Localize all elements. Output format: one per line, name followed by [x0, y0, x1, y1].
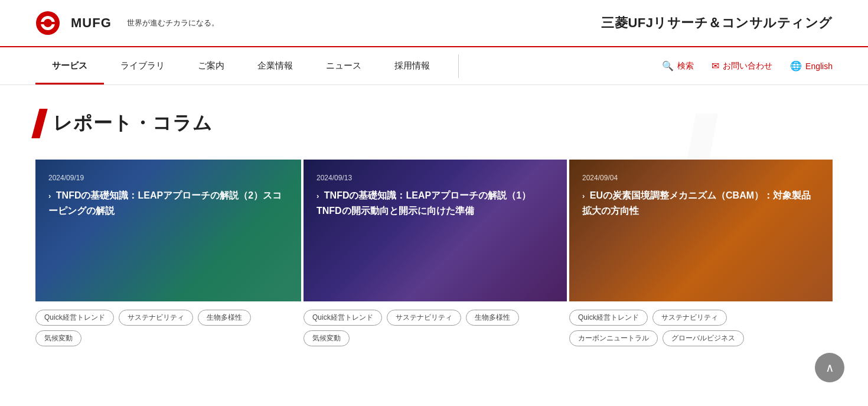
- search-button[interactable]: 🔍 検索: [662, 60, 694, 72]
- card-date-2: 2024/09/13: [316, 174, 554, 182]
- card-title-text-3: EUの炭素国境調整メカニズム（CBAM）：対象製品拡大の方向性: [582, 190, 811, 216]
- title-slash-decoration: [31, 109, 47, 138]
- card-date-3: 2024/09/04: [582, 174, 820, 182]
- search-icon: 🔍: [662, 60, 674, 72]
- tags-section-1: Quick経営トレンド サステナビリティ 生物多様性 気候変動: [35, 301, 301, 346]
- card-overlay-2: 2024/09/13 › TNFDの基礎知識：LEAPアプローチの解説（1） T…: [304, 160, 567, 301]
- card-title-1: › TNFDの基礎知識：LEAPアプローチの解説（2）スコーピングの解説: [48, 188, 288, 218]
- contact-label: お問い合わせ: [723, 61, 772, 72]
- tags-section-2: Quick経営トレンド サステナビリティ 生物多様性 気候変動: [304, 301, 567, 346]
- tags-row-1b: 気候変動: [35, 326, 301, 346]
- nav-divider: [458, 54, 459, 78]
- tag-1-4[interactable]: 気候変動: [35, 330, 81, 346]
- tag-1-1[interactable]: Quick経営トレンド: [35, 310, 114, 326]
- page-title: レポート・コラム: [53, 111, 213, 137]
- card-date-1: 2024/09/19: [48, 174, 288, 182]
- tag-1-2[interactable]: サステナビリティ: [119, 310, 193, 326]
- card-title-text-2: TNFDの基礎知識：LEAPアプローチの解説（1） TNFDの開示動向と開示に向…: [316, 190, 540, 216]
- card-title-3: › EUの炭素国境調整メカニズム（CBAM）：対象製品拡大の方向性: [582, 188, 820, 218]
- card-bg-2: 2024/09/13 › TNFDの基礎知識：LEAPアプローチの解説（1） T…: [304, 160, 567, 301]
- english-button[interactable]: 🌐 English: [790, 60, 833, 72]
- search-label: 検索: [677, 61, 694, 72]
- main-content: / レポート・コラム 2024/09/19 › TNFDの基礎知識：LEAPアプ…: [0, 85, 868, 382]
- logo-area: MUFG 世界が進むチカラになる。: [35, 11, 219, 35]
- card-title-2: › TNFDの基礎知識：LEAPアプローチの解説（1） TNFDの開示動向と開示…: [316, 188, 554, 218]
- header: MUFG 世界が進むチカラになる。 三菱UFJリサーチ＆コンサルティング サービ…: [0, 0, 868, 85]
- nav-item-services[interactable]: サービス: [35, 47, 104, 85]
- chevron-up-icon: ∧: [825, 360, 834, 375]
- tags-row-2b: 気候変動: [304, 326, 567, 346]
- card-overlay-3: 2024/09/04 › EUの炭素国境調整メカニズム（CBAM）：対象製品拡大…: [569, 160, 833, 301]
- svg-rect-3: [38, 22, 57, 24]
- card-bg-1: 2024/09/19 › TNFDの基礎知識：LEAPアプローチの解説（2）スコ…: [35, 160, 301, 301]
- card-title-text-1: TNFDの基礎知識：LEAPアプローチの解説（2）スコーピングの解説: [48, 190, 282, 216]
- tag-3-3[interactable]: カーボンニュートラル: [569, 330, 658, 346]
- card-arrow-1: ›: [48, 191, 51, 200]
- card-bg-3: 2024/09/04 › EUの炭素国境調整メカニズム（CBAM）：対象製品拡大…: [569, 160, 833, 301]
- article-grid: 2024/09/19 › TNFDの基礎知識：LEAPアプローチの解説（2）スコ…: [35, 160, 833, 346]
- contact-button[interactable]: ✉ お問い合わせ: [712, 60, 772, 72]
- main-nav: サービス ライブラリ ご案内 企業情報 ニュース 採用情報 🔍 検索 ✉ お問い…: [0, 47, 868, 85]
- article-card-image-1[interactable]: 2024/09/19 › TNFDの基礎知識：LEAPアプローチの解説（2）スコ…: [35, 160, 301, 301]
- tags-row-3: Quick経営トレンド サステナビリティ: [569, 301, 833, 326]
- tags-row-2: Quick経営トレンド サステナビリティ 生物多様性: [304, 301, 567, 326]
- tag-2-4[interactable]: 気候変動: [304, 330, 350, 346]
- card-arrow-3: ›: [582, 191, 585, 200]
- tag-3-2[interactable]: サステナビリティ: [652, 310, 727, 326]
- nav-item-library[interactable]: ライブラリ: [104, 47, 181, 85]
- article-card-image-3[interactable]: 2024/09/04 › EUの炭素国境調整メカニズム（CBAM）：対象製品拡大…: [569, 160, 833, 301]
- nav-item-company[interactable]: 企業情報: [241, 47, 309, 85]
- tag-3-4[interactable]: グローバルビジネス: [663, 330, 744, 346]
- mufg-tagline: 世界が進むチカラになる。: [127, 18, 219, 28]
- globe-icon: 🌐: [790, 60, 802, 72]
- card-overlay-1: 2024/09/19 › TNFDの基礎知識：LEAPアプローチの解説（2）スコ…: [35, 160, 301, 301]
- article-card-2[interactable]: 2024/09/13 › TNFDの基礎知識：LEAPアプローチの解説（1） T…: [301, 160, 567, 346]
- mufg-wordmark: MUFG: [71, 15, 112, 31]
- tag-2-2[interactable]: サステナビリティ: [387, 310, 461, 326]
- nav-main-items: サービス ライブラリ ご案内 企業情報 ニュース 採用情報: [35, 47, 446, 85]
- mufg-logo-icon: [35, 11, 60, 35]
- tag-2-3[interactable]: 生物多様性: [466, 310, 519, 326]
- page-title-area: レポート・コラム: [35, 109, 833, 138]
- article-card-image-2[interactable]: 2024/09/13 › TNFDの基礎知識：LEAPアプローチの解説（1） T…: [304, 160, 567, 301]
- nav-item-news[interactable]: ニュース: [309, 47, 378, 85]
- mail-icon: ✉: [712, 60, 719, 72]
- english-label: English: [805, 61, 833, 71]
- tags-row-3b: カーボンニュートラル グローバルビジネス: [569, 326, 833, 346]
- tag-2-1[interactable]: Quick経営トレンド: [304, 310, 382, 326]
- nav-item-about[interactable]: ご案内: [181, 47, 241, 85]
- brand-name: 三菱UFJリサーチ＆コンサルティング: [601, 14, 833, 32]
- tags-row-1: Quick経営トレンド サステナビリティ 生物多様性: [35, 301, 301, 326]
- tag-1-3[interactable]: 生物多様性: [198, 310, 251, 326]
- scroll-to-top-button[interactable]: ∧: [815, 353, 844, 382]
- article-card-3[interactable]: 2024/09/04 › EUの炭素国境調整メカニズム（CBAM）：対象製品拡大…: [567, 160, 833, 346]
- article-card-1[interactable]: 2024/09/19 › TNFDの基礎知識：LEAPアプローチの解説（2）スコ…: [35, 160, 301, 346]
- nav-item-careers[interactable]: 採用情報: [378, 47, 446, 85]
- tags-section-3: Quick経営トレンド サステナビリティ カーボンニュートラル グローバルビジネ…: [569, 301, 833, 346]
- tag-3-1[interactable]: Quick経営トレンド: [569, 310, 648, 326]
- nav-utilities: 🔍 検索 ✉ お問い合わせ 🌐 English: [662, 60, 833, 72]
- card-arrow-2: ›: [316, 191, 319, 200]
